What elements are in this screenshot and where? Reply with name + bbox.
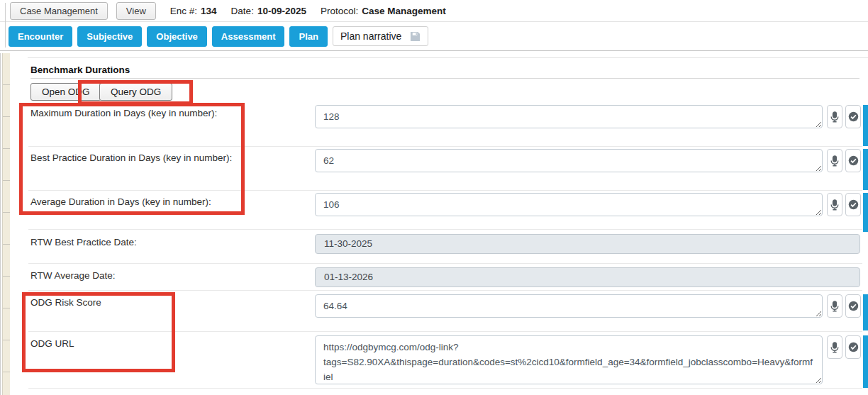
tab-assessment[interactable]: Assessment bbox=[212, 26, 285, 47]
maximum-duration-input[interactable]: 128 bbox=[315, 105, 823, 128]
tab-subjective[interactable]: Subjective bbox=[77, 26, 142, 47]
protocol-label: Protocol: bbox=[321, 6, 358, 16]
field-label-rtw-best-practice-date: RTW Best Practice Date: bbox=[30, 237, 137, 247]
section-title-rule bbox=[30, 78, 859, 79]
section-tab-bar: Encounter Subjective Objective Assessmen… bbox=[0, 22, 868, 51]
tab-objective[interactable]: Objective bbox=[147, 26, 207, 47]
case-management-button[interactable]: Case Management bbox=[10, 2, 108, 20]
microphone-icon[interactable] bbox=[827, 105, 842, 128]
microphone-icon[interactable] bbox=[827, 294, 842, 318]
plan-narrative-button[interactable]: Plan narrative bbox=[333, 26, 428, 46]
query-odg-button[interactable]: Query ODG bbox=[99, 83, 172, 101]
case-management-page: Case Management View Enc #:134 Date:10-0… bbox=[0, 0, 868, 395]
odg-risk-score-input[interactable]: 64.64 bbox=[315, 294, 823, 318]
row-separator bbox=[28, 190, 862, 191]
encounter-info: Enc #:134 Date:10-09-2025 Protocol:Case … bbox=[170, 6, 456, 16]
row-separator bbox=[28, 331, 862, 332]
row-separator bbox=[28, 388, 862, 389]
field-label-odg-risk-score: ODG Risk Score bbox=[30, 297, 101, 308]
left-collapsed-rail bbox=[2, 53, 10, 395]
row-separator bbox=[28, 290, 862, 291]
save-floppy-icon bbox=[410, 31, 421, 42]
average-duration-input[interactable]: 106 bbox=[315, 193, 823, 216]
odg-url-input[interactable]: https://odgbymcg.com/odg-link? tags=S82.… bbox=[315, 335, 823, 384]
content-top-divider bbox=[28, 57, 868, 58]
tab-plan[interactable]: Plan bbox=[289, 26, 327, 47]
field-status-bar bbox=[863, 105, 868, 146]
rtw-best-practice-date-field: 11-30-2025 bbox=[315, 234, 860, 254]
best-practice-duration-input[interactable]: 62 bbox=[315, 149, 823, 172]
field-status-bar bbox=[863, 193, 868, 232]
view-button[interactable]: View bbox=[116, 2, 156, 20]
left-panel-edge bbox=[0, 53, 1, 395]
row-separator bbox=[28, 229, 862, 230]
rtw-average-date-field: 01-13-2026 bbox=[315, 267, 860, 287]
open-odg-button[interactable]: Open ODG bbox=[30, 83, 101, 101]
header-left-divider bbox=[5, 3, 6, 48]
check-circle-icon[interactable] bbox=[845, 193, 861, 216]
field-status-bar bbox=[863, 335, 868, 388]
field-status-bar bbox=[863, 149, 868, 190]
check-circle-icon[interactable] bbox=[845, 105, 861, 128]
field-label-maximum-duration: Maximum Duration in Days (key in number)… bbox=[30, 108, 217, 118]
field-label-average-duration: Average Duration in Days (key in number)… bbox=[30, 196, 211, 207]
enc-number-label: Enc #: bbox=[170, 6, 197, 16]
microphone-icon[interactable] bbox=[827, 149, 842, 172]
field-label-best-practice-duration: Best Practice Duration in Days (key in n… bbox=[30, 152, 232, 163]
check-circle-icon[interactable] bbox=[845, 149, 861, 172]
row-separator bbox=[28, 263, 862, 264]
tab-encounter[interactable]: Encounter bbox=[9, 26, 72, 47]
check-circle-icon[interactable] bbox=[845, 335, 861, 359]
plan-narrative-label: Plan narrative bbox=[340, 30, 401, 42]
microphone-icon[interactable] bbox=[827, 335, 842, 359]
enc-number-value: 134 bbox=[201, 6, 217, 16]
check-circle-icon[interactable] bbox=[845, 294, 861, 318]
microphone-icon[interactable] bbox=[827, 193, 842, 216]
date-label: Date: bbox=[231, 6, 254, 16]
field-label-odg-url: ODG URL bbox=[30, 338, 74, 349]
section-title: Benchmark Durations bbox=[30, 65, 130, 75]
header-bar: Case Management View Enc #:134 Date:10-0… bbox=[0, 0, 868, 22]
row-separator bbox=[28, 146, 862, 147]
protocol-value: Case Management bbox=[362, 6, 446, 16]
date-value: 10-09-2025 bbox=[257, 6, 306, 16]
field-status-bar bbox=[863, 294, 868, 330]
field-label-rtw-average-date: RTW Average Date: bbox=[30, 270, 116, 281]
